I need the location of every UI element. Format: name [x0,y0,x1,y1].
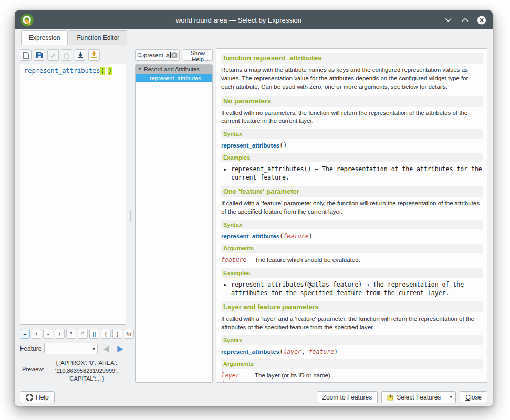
expression-panel: represent_attributes() = + - / * ^ || ( … [20,48,126,383]
tab-bar: Expression Function Editor [15,29,493,45]
previous-feature-button[interactable]: ◀ [100,343,112,354]
operator-minus-button[interactable]: - [43,329,53,339]
expression-function-name: represent_attributes [24,67,100,75]
panel-splitter[interactable] [126,48,135,383]
zoom-to-features-button[interactable]: Zoom to Features [317,391,378,403]
help-title: function represent_attributes [221,52,483,64]
function-tree[interactable]: ▼ Record and Attributes represent_attrib… [135,64,213,383]
help-icon [26,394,33,401]
new-expression-button[interactable] [20,49,32,61]
feature-combobox[interactable]: ▾ [44,343,98,354]
section-desc: If called with a 'layer' and a 'feature'… [221,315,482,332]
argument-desc-layer: The layer (or its ID or name). [255,371,482,380]
shade-icon[interactable] [443,15,453,25]
select-features-label: Select Features [397,394,441,401]
section-title-layer-and-feature-parameters: Layer and feature parameters [221,301,483,312]
operator-open-paren-button[interactable]: ( [101,329,111,339]
operator-equals-button[interactable]: = [20,329,30,339]
tree-item-represent-attributes[interactable]: represent_attributes [136,74,212,82]
close-button[interactable]: Close [460,391,487,403]
function-list-panel: represent_a Show Help ▼ Record and Attri… [135,48,213,383]
argument-feature: feature [309,348,334,355]
import-expression-button[interactable] [75,49,86,61]
open-paren: ( [100,67,105,75]
operator-concat-button[interactable]: || [89,329,99,339]
qgis-logo-icon [20,13,34,27]
splitter-handle [130,210,131,222]
clear-search-icon[interactable] [171,52,178,58]
close-paren: ) [108,67,112,75]
select-features-icon [387,394,394,401]
tree-group-record-and-attributes[interactable]: ▼ Record and Attributes [136,65,212,74]
examples-label: Examples [221,268,483,278]
search-value: represent_a [143,52,170,58]
examples-label: Examples [221,153,483,162]
zoom-to-features-label: Zoom to Features [322,394,372,401]
function-search-input[interactable]: represent_a [135,49,180,61]
maximize-icon[interactable] [460,15,470,25]
select-features-split-button: Select Features ▼ [381,391,456,403]
expression-editor[interactable]: represent_attributes() [20,64,126,325]
example-item: represent_attributes() → The representat… [231,165,483,182]
argument-row: feature The feature which should be eval… [221,380,482,383]
tab-function-editor[interactable]: Function Editor [69,30,127,45]
argument-layer: layer [283,348,301,355]
operator-power-button[interactable]: ^ [78,329,88,339]
tab-expression[interactable]: Expression [21,30,68,45]
text-caret [170,52,171,58]
argument-feature: feature [283,233,308,240]
dialog-footer: Help Zoom to Features Select Features ▼ [15,388,493,406]
argument-desc-feature: The feature which should be evaluated. [255,256,482,265]
operator-buttons: = + - / * ^ || ( ) '\n' [20,329,126,339]
function-help-panel: function represent_attributes Returns a … [216,48,487,383]
argument-desc-feature: The feature which should be evaluated. [255,380,482,383]
syntax-function-name: represent_attributes [221,142,279,149]
export-expression-button[interactable] [88,49,100,61]
help-intro: Returns a map with the attribute names a… [221,66,482,91]
tree-group-label: Record and Attributes [144,66,200,72]
select-features-dropdown[interactable]: ▼ [446,391,456,403]
operator-plus-button[interactable]: + [32,329,41,339]
collapse-triangle-icon[interactable]: ▼ [138,67,142,71]
syntax-function-name: represent_attributes [221,349,279,355]
delete-expression-button[interactable] [61,49,72,61]
arguments-table: feature The feature which should be eval… [221,256,482,265]
syntax-label: Syntax [221,129,483,139]
comma: , [301,348,309,355]
save-expression-button[interactable] [34,49,45,61]
syntax-label: Syntax [221,220,483,229]
search-icon [137,52,143,58]
show-help-button[interactable]: Show Help [183,49,213,61]
help-button[interactable]: Help [20,391,55,403]
expression-toolbar [20,49,126,61]
help-button-label: Help [36,394,49,401]
footer-actions: Zoom to Features Select Features ▼ Close [317,391,487,403]
search-row: represent_a Show Help [135,49,213,61]
argument-name-feature: feature [221,380,255,383]
close-paren: ) [283,142,287,149]
examples-list: represent_attributes(@atlas_feature) → T… [224,280,483,297]
argument-name-layer: layer [221,371,255,380]
next-feature-button[interactable]: ▶ [115,343,126,354]
close-button-label: Close [465,394,482,401]
argument-name-feature: feature [221,256,255,265]
syntax-label: Syntax [221,335,483,345]
close-icon[interactable] [477,15,486,25]
window-title: world round area — Select by Expression [34,16,443,24]
operator-multiply-button[interactable]: * [66,329,76,339]
page: world round area — Select by Expression [0,0,510,420]
select-features-button[interactable]: Select Features [381,391,446,403]
select-by-expression-dialog: world round area — Select by Expression [15,10,493,406]
section-title-one-feature-parameter: One 'feature' parameter [221,186,483,197]
operator-divide-button[interactable]: / [55,329,65,339]
section-desc: If called with no parameters, the functi… [221,109,482,126]
feature-row: Feature ▾ ◀ ▶ [20,343,126,354]
titlebar[interactable]: world round area — Select by Expression [15,10,493,29]
feature-label: Feature [20,345,41,352]
examples-list: represent_attributes() → The representat… [224,165,483,182]
operator-close-paren-button[interactable]: ) [112,329,122,339]
window-controls [443,15,486,25]
syntax-layer-feature-params: represent_attributes(layer, feature) [221,348,482,355]
chevron-down-icon: ▾ [92,346,95,351]
edit-expression-button[interactable] [47,49,59,61]
